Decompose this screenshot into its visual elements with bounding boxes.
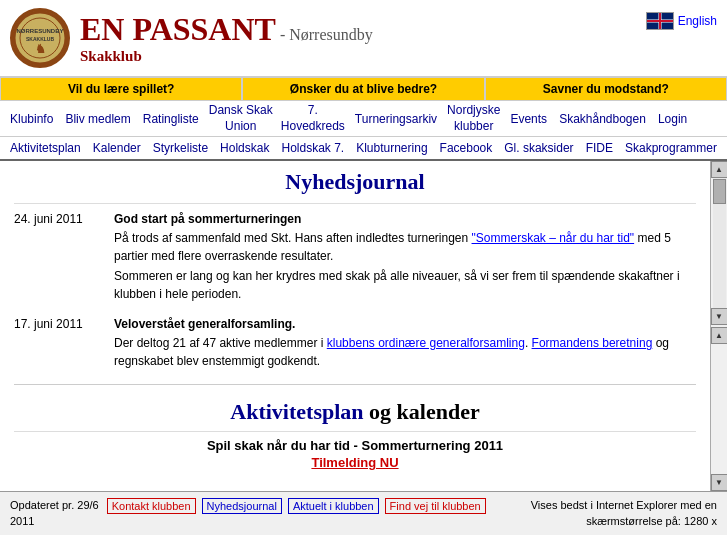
news-headline-1: God start på sommerturneringen (114, 212, 696, 226)
news-link-2b[interactable]: Formandens beretning (532, 336, 653, 350)
nav-7-hovedkreds[interactable]: 7. Hovedkreds (277, 103, 349, 134)
title-sub: Skakklub (80, 48, 373, 65)
scroll-up-btn-2[interactable]: ▲ (711, 327, 728, 344)
scroll-down-btn[interactable]: ▼ (711, 308, 728, 325)
activity-title-blue: Aktivitetsplan (230, 399, 363, 424)
news-title: Nyhedsjournal (14, 161, 696, 201)
subnav-styrkeliste[interactable]: Styrkeliste (147, 139, 214, 157)
page-footer: Opdateret pr. 29/6 2011 Kontakt klubben … (0, 491, 727, 535)
scroll-thumb[interactable] (713, 179, 726, 204)
scrollbar[interactable]: ▲ ▼ ▲ ▼ (710, 161, 727, 491)
nav-login[interactable]: Login (652, 110, 693, 128)
footer-updated-text: Opdateret pr. 29/6 (10, 499, 99, 511)
activity-title-black: og kalender (364, 399, 480, 424)
subnav-holdskak7[interactable]: Holdskak 7. (275, 139, 350, 157)
divider (14, 203, 696, 204)
summer-tournament-link[interactable]: Tilmelding NU (14, 455, 696, 470)
subnav-facebook[interactable]: Facebook (434, 139, 499, 157)
news-item-2: 17. juni 2011 Veloverstået generalforsam… (14, 317, 696, 370)
main-content: Nyhedsjournal 24. juni 2011 God start på… (0, 161, 710, 491)
footer-updated: Opdateret pr. 29/6 2011 (10, 498, 99, 529)
title-main: EN PASSANT (80, 11, 276, 48)
nav-ratingliste[interactable]: Ratingliste (137, 110, 205, 128)
language-selector[interactable]: English (646, 12, 717, 30)
nav-dansk-skak[interactable]: Dansk Skak Union (205, 103, 277, 134)
uk-flag-icon (646, 12, 674, 30)
footer-note: Vises bedst i Internet Explorer med en s… (497, 498, 717, 529)
news-headline-2: Veloverstået generalforsamling. (114, 317, 696, 331)
svg-text:NØRRESUNDBY: NØRRESUNDBY (16, 28, 63, 34)
subnav-aktivitetsplan[interactable]: Aktivitetsplan (4, 139, 87, 157)
svg-text:♞: ♞ (35, 42, 46, 56)
nav-events[interactable]: Events (504, 110, 553, 128)
news-text-1: På trods af sammenfald med Skt. Hans aft… (114, 229, 696, 265)
page-header: NØRRESUNDBY SKAKKLUB ♞ EN PASSANT - Nørr… (0, 0, 727, 77)
news-item-1: 24. juni 2011 God start på sommerturneri… (14, 212, 696, 303)
news-body-1: God start på sommerturneringen På trods … (114, 212, 696, 303)
activity-title: Aktivitetsplan og kalender (14, 393, 696, 429)
subnav-klubturnering[interactable]: Klubturnering (350, 139, 433, 157)
topnav-right[interactable]: Savner du modstand? (485, 77, 727, 101)
scroll-track-top (713, 178, 726, 308)
sub-nav: Aktivitetsplan Kalender Styrkeliste Hold… (0, 137, 727, 161)
top-nav-bar: Vil du lære spillet? Ønsker du at blive … (0, 77, 727, 101)
site-title: EN PASSANT - Nørresundby Skakklub (80, 11, 373, 65)
news-text-2: Der deltog 21 af 47 aktive medlemmer i k… (114, 334, 696, 370)
subnav-gl-skaksider[interactable]: Gl. skaksider (498, 139, 579, 157)
section-divider (14, 384, 696, 385)
news-link-1[interactable]: "Sommerskak – når du har tid" (472, 231, 635, 245)
news-link-2a[interactable]: klubbens ordinære generalforsamling (327, 336, 525, 350)
club-logo: NØRRESUNDBY SKAKKLUB ♞ (10, 8, 70, 68)
footer-link-kontakt[interactable]: Kontakt klubben (107, 498, 196, 514)
subnav-kalender[interactable]: Kalender (87, 139, 147, 157)
title-dash: - Nørresundby (280, 26, 373, 44)
nav-skakhaandbogen[interactable]: Skakhåndbogen (553, 110, 652, 128)
subnav-holdskak[interactable]: Holdskak (214, 139, 275, 157)
footer-updated-year: 2011 (10, 515, 34, 527)
content-wrapper: Nyhedsjournal 24. juni 2011 God start på… (0, 161, 727, 491)
nav-nordjyske-klubber[interactable]: Nordjyske klubber (443, 103, 504, 134)
logo-area: NØRRESUNDBY SKAKKLUB ♞ EN PASSANT - Nørr… (10, 8, 373, 68)
news-body-2: Veloverstået generalforsamling. Der delt… (114, 317, 696, 370)
news-date-2: 17. juni 2011 (14, 317, 104, 370)
news-text-1b: Sommeren er lang og kan her krydres med … (114, 267, 696, 303)
nav-turneringsarkiv[interactable]: Turneringsarkiv (349, 110, 443, 128)
nav-klubinfo[interactable]: Klubinfo (4, 110, 59, 128)
subnav-fide[interactable]: FIDE (580, 139, 619, 157)
footer-link-findvej[interactable]: Find vej til klubben (385, 498, 486, 514)
footer-link-aktuelt[interactable]: Aktuelt i klubben (288, 498, 379, 514)
footer-link-nyhedsjournal[interactable]: Nyhedsjournal (202, 498, 282, 514)
language-label[interactable]: English (678, 14, 717, 28)
footer-links: Kontakt klubben Nyhedsjournal Aktuelt i … (107, 498, 486, 514)
nav-bliv-medlem[interactable]: Bliv medlem (59, 110, 136, 128)
topnav-left[interactable]: Vil du lære spillet? (0, 77, 242, 101)
activity-divider (14, 431, 696, 432)
scroll-up-btn[interactable]: ▲ (711, 161, 728, 178)
scroll-down-btn-2[interactable]: ▼ (711, 474, 728, 491)
summer-tournament-title: Spil skak når du har tid - Sommerturneri… (14, 438, 696, 453)
main-nav: Klubinfo Bliv medlem Ratingliste Dansk S… (0, 101, 727, 137)
news-date-1: 24. juni 2011 (14, 212, 104, 303)
subnav-skakprogrammer[interactable]: Skakprogrammer (619, 139, 723, 157)
topnav-mid[interactable]: Ønsker du at blive bedre? (242, 77, 484, 101)
